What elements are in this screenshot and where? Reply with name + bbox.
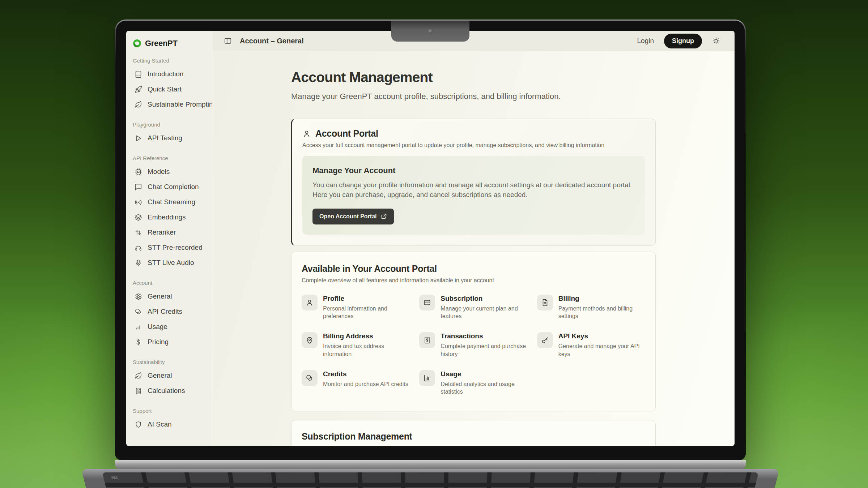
feature-credits: Credits Monitor and purchase API credits <box>302 370 410 396</box>
theme-toggle-sun-icon[interactable] <box>712 37 720 45</box>
layers-icon <box>135 214 142 221</box>
feature-profile: Profile Personal information and prefere… <box>302 295 410 320</box>
sidebar-item-api-testing[interactable]: API Testing <box>132 130 208 146</box>
calculator-icon <box>135 387 142 395</box>
sidebar-item-stt-pre-recorded[interactable]: STT Pre-recorded <box>132 240 208 255</box>
open-account-portal-button[interactable]: Open Account Portal <box>312 209 394 224</box>
credit-card-icon <box>419 295 435 311</box>
laptop-bezel: GreenPT Getting Started Introduction Qui… <box>116 21 745 459</box>
brand-logo[interactable]: GreenPT <box>132 39 208 48</box>
main-content-area: Account Management Manage your GreenPT a… <box>212 51 735 446</box>
topbar: Account – General Login Signup <box>212 31 735 51</box>
user-icon <box>302 129 311 138</box>
key-icon <box>537 332 553 348</box>
gear-icon <box>135 293 142 300</box>
signup-button[interactable]: Signup <box>664 34 702 48</box>
subscription-management-title: Subscription Management <box>302 431 645 442</box>
page-subtitle: Manage your GreenPT account profile, sub… <box>291 92 656 101</box>
sidebar-toggle-icon[interactable] <box>224 37 232 45</box>
leaf-icon <box>135 372 142 380</box>
breadcrumb-title: Account – General <box>240 37 304 45</box>
sidebar-item-sustainable-prompting[interactable]: Sustainable Prompting <box>132 97 208 112</box>
coins-icon <box>302 370 318 386</box>
greenpt-logo-icon <box>133 39 141 48</box>
arrows-up-down-icon <box>135 229 142 236</box>
feature-billing-address: Billing Address Invoice and tax address … <box>302 332 410 358</box>
sidebar-item-reranker[interactable]: Reranker <box>132 225 208 240</box>
sidebar-section-getting-started: Getting Started <box>133 57 208 64</box>
shield-icon <box>135 421 142 428</box>
user-icon <box>302 295 318 311</box>
sidebar-section-support: Support <box>133 408 208 414</box>
brand-name: GreenPT <box>145 39 178 48</box>
map-pin-icon <box>302 332 318 348</box>
feature-billing: Billing Payment methods and billing sett… <box>537 295 645 320</box>
receipt-icon <box>419 332 435 348</box>
main-column: Account – General Login Signup Account M… <box>212 31 735 446</box>
laptop-keyboard-deck: esc tab <box>81 469 780 488</box>
sidebar-item-models[interactable]: Models <box>132 164 208 179</box>
manage-account-title: Manage Your Account <box>312 166 635 175</box>
feature-subscription: Subscription Manage your current plan an… <box>419 295 527 320</box>
rocket-icon <box>135 86 142 93</box>
portal-features-card: Available in Your Account Portal Complet… <box>291 252 656 411</box>
laptop-screen: GreenPT Getting Started Introduction Qui… <box>126 31 735 446</box>
feature-api-keys: API Keys Generate and manage your API ke… <box>537 332 645 358</box>
sidebar-item-usage[interactable]: Usage <box>132 319 208 334</box>
webcam-icon <box>428 29 433 34</box>
features-card-title: Available in Your Account Portal <box>302 264 645 274</box>
broadcast-icon <box>135 198 142 206</box>
sidebar-item-introduction[interactable]: Introduction <box>132 67 208 82</box>
sidebar-section-playground: Playground <box>133 121 208 128</box>
coins-icon <box>135 308 142 316</box>
sidebar-section-account: Account <box>133 280 208 286</box>
bar-chart-icon <box>135 323 142 331</box>
manage-account-body: You can change your profile information … <box>312 180 635 200</box>
feature-usage: Usage Detailed analytics and usage stati… <box>419 370 527 396</box>
sidebar-item-account-general[interactable]: General <box>132 289 208 304</box>
portal-card-title: Account Portal <box>315 128 378 139</box>
page-title: Account Management <box>291 69 656 85</box>
sidebar-item-chat-streaming[interactable]: Chat Streaming <box>132 194 208 210</box>
external-link-icon <box>381 213 387 219</box>
microphone-icon <box>135 259 142 267</box>
subscription-management-card: Subscription Management <box>291 420 656 446</box>
sidebar: GreenPT Getting Started Introduction Qui… <box>126 31 212 446</box>
sidebar-item-embeddings[interactable]: Embeddings <box>132 210 208 225</box>
account-portal-card: Account Portal Access your full account … <box>291 119 656 246</box>
laptop-notch <box>391 21 469 42</box>
sidebar-item-quick-start[interactable]: Quick Start <box>132 82 208 97</box>
sidebar-item-stt-live-audio[interactable]: STT Live Audio <box>132 255 208 270</box>
play-icon <box>135 134 142 142</box>
features-card-subtitle: Complete overview of all features and in… <box>302 277 645 284</box>
file-text-icon <box>537 295 553 311</box>
headphones-icon <box>135 244 142 252</box>
login-button[interactable]: Login <box>637 37 654 45</box>
dollar-icon <box>135 338 142 346</box>
sidebar-item-calculations[interactable]: Calculations <box>132 383 208 398</box>
chat-bubble-icon <box>135 183 142 191</box>
sidebar-item-api-credits[interactable]: API Credits <box>132 304 208 319</box>
sidebar-item-chat-completion[interactable]: Chat Completion <box>132 179 208 194</box>
leaf-icon <box>135 101 142 108</box>
manage-account-panel: Manage Your Account You can change your … <box>302 156 645 235</box>
chip-icon <box>135 168 142 176</box>
laptop-keyboard: esc tab <box>102 472 758 488</box>
topbar-actions: Login Signup <box>637 34 720 48</box>
features-grid: Profile Personal information and prefere… <box>302 295 645 396</box>
sidebar-item-sustainability-general[interactable]: General <box>132 368 208 383</box>
bar-chart-icon <box>419 370 435 386</box>
feature-transactions: Transactions Complete payment and purcha… <box>419 332 527 358</box>
sidebar-section-sustainability: Sustainability <box>133 359 208 365</box>
book-icon <box>135 70 142 78</box>
laptop-hinge <box>115 460 746 470</box>
sidebar-item-pricing[interactable]: Pricing <box>132 334 208 350</box>
sidebar-item-ai-scan[interactable]: AI Scan <box>132 417 208 432</box>
sidebar-section-api-reference: API Reference <box>133 155 208 161</box>
esc-key: esc <box>111 475 119 480</box>
portal-card-description: Access your full account management port… <box>302 142 645 149</box>
laptop-frame: GreenPT Getting Started Introduction Qui… <box>115 20 746 460</box>
